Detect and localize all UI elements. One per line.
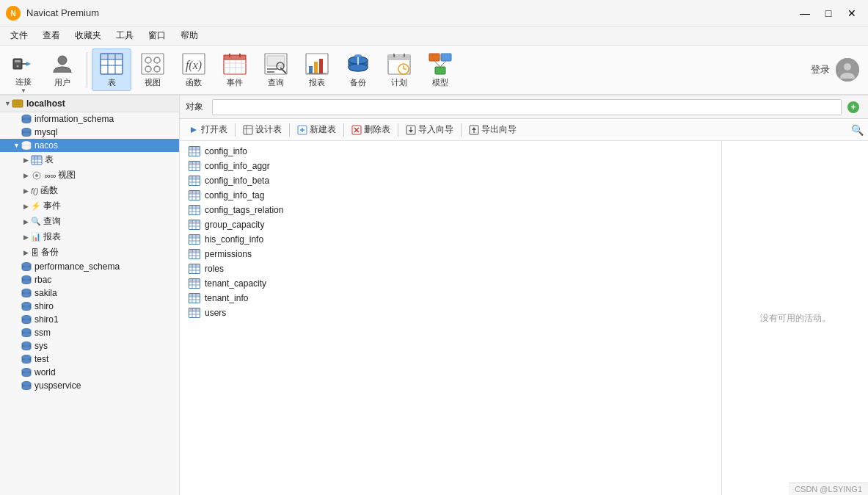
backup-icon-small: 🗄 <box>31 248 39 257</box>
table-row[interactable]: tenant_capacity <box>180 276 721 291</box>
login-label[interactable]: 登录 <box>811 63 830 76</box>
report-button[interactable]: 报表 <box>297 48 337 91</box>
svg-point-99 <box>22 342 31 346</box>
svg-point-108 <box>22 382 31 386</box>
open-table-icon <box>189 126 199 134</box>
new-table-button[interactable]: 新建表 <box>293 122 340 137</box>
sidebar-item-query-group[interactable]: ▶ 🔍 查询 <box>0 214 179 229</box>
window-controls: — □ ✕ <box>795 6 862 21</box>
table-row[interactable]: group_capacity <box>180 217 721 232</box>
sidebar-item-performance_schema[interactable]: performance_schema <box>0 260 179 273</box>
svg-rect-158 <box>189 220 200 223</box>
schedule-button[interactable]: 计划 <box>379 48 419 91</box>
table-row[interactable]: config_info_tag <box>180 188 721 203</box>
table-row[interactable]: config_tags_relation <box>180 203 721 217</box>
shiro-label: shiro <box>34 301 54 311</box>
menu-tools[interactable]: 工具 <box>109 28 141 43</box>
sidebar-item-test[interactable]: test <box>0 353 179 366</box>
minimize-button[interactable]: — <box>795 6 815 21</box>
search-icon[interactable]: 🔍 <box>851 124 864 136</box>
table-button[interactable]: 表 <box>92 48 131 91</box>
backup-label: 备份 <box>350 77 366 88</box>
sidebar-item-information_schema[interactable]: information_schema <box>0 112 179 126</box>
table-row[interactable]: roles <box>180 261 721 276</box>
table-row-icon <box>189 234 200 245</box>
view-button[interactable]: 视图 <box>133 48 172 91</box>
menu-view[interactable]: 查看 <box>35 28 68 43</box>
delete-table-button[interactable]: 删除表 <box>347 122 395 137</box>
table-row[interactable]: tenant_info <box>180 291 721 306</box>
table-row[interactable]: config_info_aggr <box>180 159 721 173</box>
db-icon <box>21 328 32 338</box>
table-row-icon <box>189 278 200 289</box>
sidebar-localhost-header[interactable]: ▼ localhost <box>0 95 179 112</box>
sidebar-item-sakila[interactable]: sakila <box>0 286 179 300</box>
sidebar-item-mysql[interactable]: mysql <box>0 126 179 139</box>
table-row-icon <box>189 308 200 318</box>
query-icon <box>264 52 288 76</box>
sidebar-item-ssm[interactable]: ssm <box>0 326 179 339</box>
db-icon <box>21 341 32 351</box>
svg-point-67 <box>22 129 31 132</box>
sidebar-item-report-group[interactable]: ▶ 📊 报表 <box>0 229 179 245</box>
svg-point-63 <box>22 120 31 123</box>
object-search-input[interactable] <box>212 99 842 115</box>
main-area: ▼ localhost information_schema <box>0 95 868 495</box>
event-icon: ⚡ <box>31 201 41 211</box>
svg-point-44 <box>354 54 362 57</box>
menu-favorites[interactable]: 收藏夹 <box>68 28 109 43</box>
status-text: CSDN @LSYING1 <box>795 485 862 494</box>
user-button[interactable]: 用户 <box>43 48 82 91</box>
table-row[interactable]: config_info <box>180 144 721 159</box>
menu-help[interactable]: 帮助 <box>173 28 205 43</box>
connect-label: 连接 <box>15 76 32 87</box>
event-icon <box>223 52 247 76</box>
db-icon <box>21 288 32 298</box>
sidebar-item-event-group[interactable]: ▶ ⚡ 事件 <box>0 198 179 214</box>
table-group-label: 表 <box>45 153 54 166</box>
import-wizard-button[interactable]: 导入向导 <box>401 122 458 137</box>
query-icon: 🔍 <box>31 217 41 226</box>
export-wizard-button[interactable]: 导出向导 <box>464 122 521 137</box>
db-icon-nacos <box>21 140 32 151</box>
design-table-button[interactable]: 设计表 <box>238 122 286 137</box>
sidebar-item-backup-group[interactable]: ▶ 🗄 备份 <box>0 245 179 260</box>
table-row[interactable]: his_config_info <box>180 232 721 247</box>
sidebar-item-shiro1[interactable]: shiro1 <box>0 313 179 326</box>
sidebar-item-rbac[interactable]: rbac <box>0 273 179 286</box>
svg-rect-37 <box>314 62 318 73</box>
close-button[interactable]: ✕ <box>842 6 862 21</box>
query-button[interactable]: 查询 <box>256 48 296 91</box>
function-button[interactable]: f(x) 函数 <box>174 48 214 91</box>
sidebar-item-sys[interactable]: sys <box>0 339 179 353</box>
menu-window[interactable]: 窗口 <box>141 28 173 43</box>
sidebar-item-yuspservice[interactable]: yuspservice <box>0 379 179 392</box>
open-table-button[interactable]: 打开表 <box>184 122 232 137</box>
db-icon <box>21 367 32 377</box>
svg-point-7 <box>58 56 67 65</box>
schedule-label: 计划 <box>391 77 407 88</box>
sidebar-item-shiro[interactable]: shiro <box>0 300 179 313</box>
svg-rect-170 <box>189 250 200 253</box>
connect-button[interactable]: 连接 ▼ <box>6 48 41 91</box>
app-title: Navicat Premium <box>26 7 99 18</box>
menu-file[interactable]: 文件 <box>3 28 35 43</box>
table-row[interactable]: users <box>180 306 721 320</box>
svg-text:N: N <box>10 10 15 18</box>
ssm-label: ssm <box>34 328 51 338</box>
model-label: 模型 <box>432 77 448 88</box>
backup-button[interactable]: 备份 <box>338 48 378 91</box>
sidebar-item-table-group[interactable]: ▶ 表 <box>0 152 179 167</box>
sidebar-item-func-group[interactable]: ▶ f() 函数 <box>0 183 179 198</box>
table-row[interactable]: config_info_beta <box>180 173 721 188</box>
object-green-button[interactable]: + <box>845 98 862 116</box>
db-icon <box>21 114 32 124</box>
maximize-button[interactable]: □ <box>818 6 839 21</box>
sidebar-item-world[interactable]: world <box>0 366 179 379</box>
sidebar-item-view-group[interactable]: ▶ ∞∞ 视图 <box>0 167 179 183</box>
table-row[interactable]: permissions <box>180 247 721 261</box>
sidebar-item-nacos[interactable]: ▼ nacos <box>0 139 179 152</box>
event-button[interactable]: 事件 <box>215 48 255 91</box>
model-button[interactable]: 模型 <box>420 48 460 91</box>
svg-point-89 <box>22 307 31 311</box>
